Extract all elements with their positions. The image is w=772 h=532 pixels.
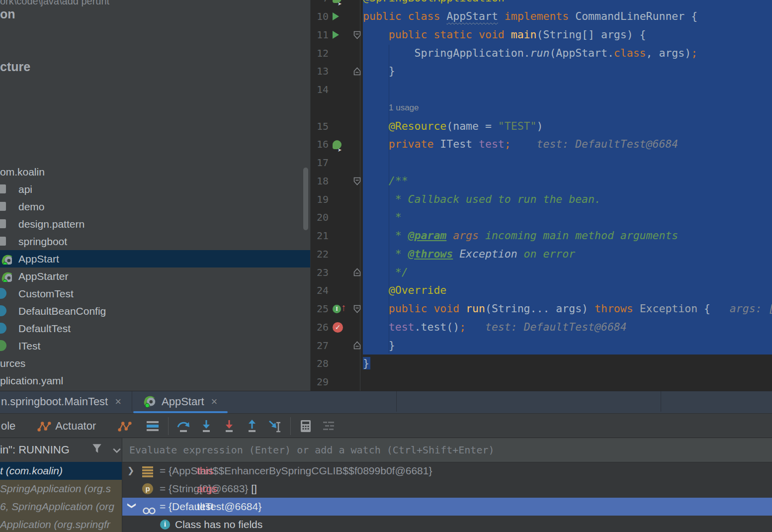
tree-item-defaultbeanconfig[interactable]: DefaultBeanConfig <box>0 302 310 320</box>
frames-bars-icon[interactable] <box>145 418 161 434</box>
equals-sign: = <box>160 501 169 512</box>
code-token: } <box>363 339 395 352</box>
tree-item-urces[interactable]: urces <box>0 355 310 372</box>
tree-scrollbar[interactable] <box>303 168 308 230</box>
spring-boot-icon <box>142 394 157 410</box>
clipped-path-text: ork\code\java\add perunt <box>0 0 109 7</box>
tree-item-om-koalin[interactable]: om.koalin <box>0 163 310 180</box>
variable-text: args = {String[0]@6683} [] <box>160 480 257 498</box>
close-icon[interactable]: × <box>115 395 121 408</box>
code-token: public static void <box>363 28 511 41</box>
code-line: SpringApplication.run(AppStart.class, ar… <box>363 44 772 63</box>
frame-label: 6, SpringApplication <box>0 501 96 512</box>
tab-appstart[interactable]: AppStart × <box>132 391 228 412</box>
line-number: 22 <box>311 245 329 264</box>
code-token: * <box>363 211 402 223</box>
step-into-icon[interactable] <box>198 418 214 434</box>
toolbar-icons <box>96 417 337 435</box>
code-token: class <box>614 47 646 59</box>
tree-item-itest[interactable]: ITest <box>0 337 310 355</box>
gutter-row: 27 <box>311 337 363 355</box>
code-token: } <box>363 357 369 369</box>
tree-item-customtest[interactable]: CustomTest <box>0 285 310 302</box>
run-to-cursor-icon[interactable] <box>267 418 283 434</box>
line-number: 24 <box>311 281 329 300</box>
fold-end-icon[interactable] <box>353 264 361 282</box>
line-number: 13 <box>311 62 329 81</box>
spring-class-icon <box>0 253 12 265</box>
code-token: . <box>415 321 421 333</box>
gutter-row: 18 <box>311 172 363 190</box>
actuator-icon[interactable] <box>117 418 133 434</box>
line-number: 25 <box>311 300 329 318</box>
step-over-icon[interactable] <box>175 418 191 434</box>
tree-item-label: api <box>18 180 32 198</box>
variable-name: this <box>197 462 213 480</box>
variable-value: {DefaultTest@6684} <box>169 501 261 512</box>
code-token <box>498 10 505 22</box>
package-icon <box>0 184 6 193</box>
fold-start-icon[interactable] <box>353 172 361 190</box>
line-number: 15 <box>311 117 329 136</box>
fold-start-icon[interactable] <box>353 26 361 44</box>
tree-item-appstart[interactable]: AppStart <box>0 250 310 267</box>
debug-bottom-area: in": RUNNING t (com.koalin)SpringApplica… <box>0 438 772 532</box>
tree-item-plication-yaml[interactable]: plication.yaml <box>0 372 310 389</box>
tab-maintest[interactable]: n.springboot.MainTest × <box>0 391 133 412</box>
stack-frame-row[interactable]: Application (org.springfr <box>0 516 122 532</box>
tree-item-appstarter[interactable]: AppStarter <box>0 267 310 285</box>
code-token: args <box>453 229 479 242</box>
chevron-right-icon[interactable]: ❯ <box>127 462 136 480</box>
stack-frame-row[interactable]: SpringApplication (org.s <box>0 480 122 498</box>
bean-icon: ➤ <box>333 0 342 7</box>
code-line: private ITest test; test: DefaultTest@66… <box>363 135 772 154</box>
evaluate-expression-input[interactable] <box>128 438 767 462</box>
code-line: /** <box>363 172 772 190</box>
gutter-row: 24 <box>311 281 363 300</box>
spring-class-icon <box>0 270 12 282</box>
tree-item-label: CustomTest <box>18 285 74 302</box>
stack-frame-row[interactable]: 6, SpringApplication (org <box>0 498 122 516</box>
stream-trace-icon[interactable] <box>321 418 337 434</box>
tree-item-demo[interactable]: demo <box>0 198 310 215</box>
breakpoint-icon[interactable]: ✓ <box>333 318 343 337</box>
fold-end-icon[interactable] <box>353 62 361 81</box>
tree-item-defaulttest[interactable]: DefaultTest <box>0 320 310 337</box>
evaluate-expression-icon[interactable] <box>298 418 314 434</box>
step-out-icon[interactable] <box>244 418 260 434</box>
stack-frame-row[interactable]: t (com.koalin) <box>0 462 122 480</box>
code-token: args: [ <box>710 302 772 315</box>
debug-toolbar: ole Actuator <box>0 413 772 438</box>
tree-item-api[interactable]: api <box>0 180 310 198</box>
gutter-row: 10 <box>311 7 363 26</box>
code-line: @Resource(name = "TEST") <box>363 117 772 136</box>
close-icon[interactable]: × <box>211 395 218 408</box>
line-number: 7 <box>311 0 329 7</box>
chevron-down-icon[interactable]: ❯ <box>123 502 141 511</box>
tree-item-springboot[interactable]: springboot <box>0 233 310 250</box>
variable-name: args <box>197 480 217 498</box>
variable-row-args[interactable]: pargs = {String[0]@6683} [] <box>122 480 772 498</box>
package-icon <box>0 219 6 228</box>
frame-label: SpringApplication <box>0 483 84 494</box>
code-token: @Override <box>363 284 446 296</box>
force-step-into-icon[interactable] <box>221 418 237 434</box>
actuator-tab-label[interactable]: Actuator <box>55 420 96 433</box>
tree-item-design-pattern[interactable]: design.pattern <box>0 215 310 233</box>
frame-package: (com.koalin) <box>6 465 63 476</box>
variable-row-test[interactable]: ❯test = {DefaultTest@6684} <box>122 498 772 516</box>
run-icon[interactable] <box>333 26 339 44</box>
console-tab-partial[interactable]: ole <box>1 420 15 433</box>
chevron-down-icon[interactable] <box>112 443 121 456</box>
gutter-row: 21 <box>311 227 363 245</box>
actuator-icon[interactable] <box>36 418 52 434</box>
fold-start-icon[interactable] <box>353 300 361 318</box>
code-token: on error <box>517 248 576 260</box>
code-editor[interactable]: 7➤10111213141516➤171819202122232425I↑26✓… <box>311 0 772 391</box>
code-token: (String[] args) { <box>537 28 646 41</box>
fold-end-icon[interactable] <box>353 337 361 355</box>
filter-icon[interactable] <box>90 442 103 458</box>
class-icon <box>0 305 6 316</box>
run-icon[interactable] <box>333 7 339 26</box>
variable-row-this[interactable]: ❯this = {AppStart$$EnhancerBySpringCGLIB… <box>122 462 772 480</box>
